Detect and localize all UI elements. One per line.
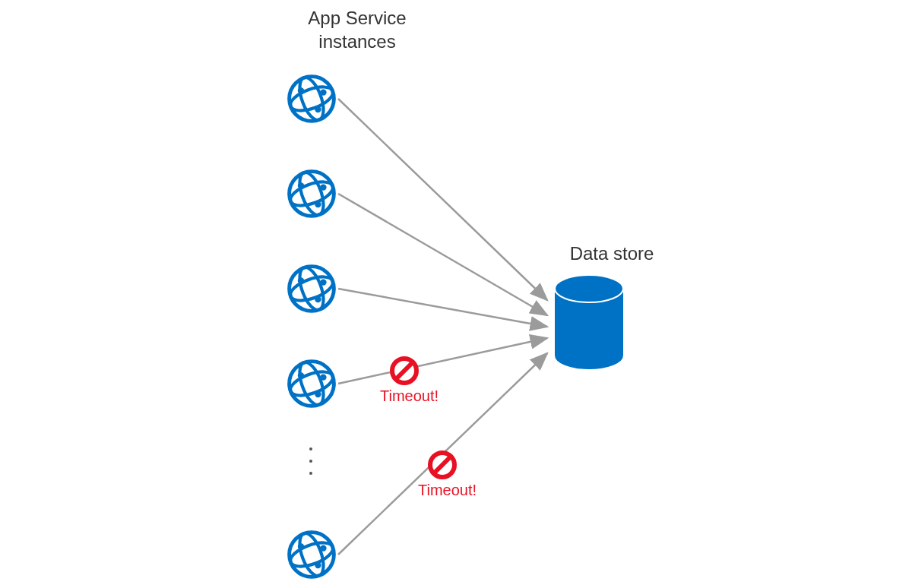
svg-point-30 bbox=[290, 533, 334, 577]
svg-point-22 bbox=[320, 279, 326, 285]
prohibit-icon bbox=[427, 450, 458, 480]
architecture-diagram: App Service instances Data store bbox=[0, 0, 912, 588]
app-instance-n bbox=[285, 528, 338, 584]
timeout-label-2: Timeout! bbox=[418, 482, 477, 499]
prohibit-marker-1 bbox=[389, 356, 420, 389]
prohibit-marker-2 bbox=[427, 450, 458, 483]
svg-point-15 bbox=[298, 182, 304, 188]
svg-line-1 bbox=[338, 99, 547, 300]
svg-point-35 bbox=[315, 562, 321, 568]
globe-icon bbox=[285, 72, 338, 125]
database-icon bbox=[551, 273, 627, 372]
app-instance-4 bbox=[285, 357, 338, 413]
connectors-layer bbox=[0, 0, 912, 588]
timeout-text: Timeout! bbox=[380, 387, 439, 404]
svg-point-16 bbox=[320, 184, 326, 190]
svg-line-2 bbox=[338, 194, 547, 315]
globe-icon bbox=[285, 167, 338, 220]
timeout-label-1: Timeout! bbox=[380, 387, 439, 405]
app-instance-2 bbox=[285, 167, 338, 223]
globe-icon bbox=[285, 357, 338, 410]
svg-point-11 bbox=[315, 106, 321, 112]
app-instance-3 bbox=[285, 262, 338, 318]
svg-point-24 bbox=[290, 362, 334, 406]
svg-point-29 bbox=[315, 391, 321, 397]
data-store-text: Data store bbox=[570, 243, 654, 264]
svg-point-21 bbox=[298, 277, 304, 283]
svg-point-28 bbox=[320, 374, 326, 380]
svg-point-23 bbox=[315, 296, 321, 302]
svg-point-6 bbox=[290, 77, 334, 122]
svg-point-10 bbox=[320, 89, 326, 95]
app-service-label: App Service instances bbox=[281, 6, 433, 53]
data-store-node bbox=[551, 273, 627, 375]
svg-point-9 bbox=[298, 87, 304, 93]
svg-point-12 bbox=[290, 172, 334, 217]
timeout-text: Timeout! bbox=[418, 482, 477, 498]
svg-point-18 bbox=[290, 267, 334, 311]
svg-point-34 bbox=[320, 545, 326, 551]
svg-point-17 bbox=[315, 201, 321, 207]
data-store-label: Data store bbox=[559, 242, 665, 265]
ellipsis-indicator bbox=[309, 447, 312, 475]
app-instance-1 bbox=[285, 72, 338, 128]
globe-icon bbox=[285, 262, 338, 315]
prohibit-icon bbox=[389, 356, 420, 386]
globe-icon bbox=[285, 528, 338, 581]
svg-line-3 bbox=[338, 289, 547, 327]
app-service-text: App Service instances bbox=[308, 8, 406, 52]
svg-point-27 bbox=[298, 372, 304, 378]
svg-line-4 bbox=[338, 338, 547, 384]
svg-point-33 bbox=[298, 543, 304, 549]
